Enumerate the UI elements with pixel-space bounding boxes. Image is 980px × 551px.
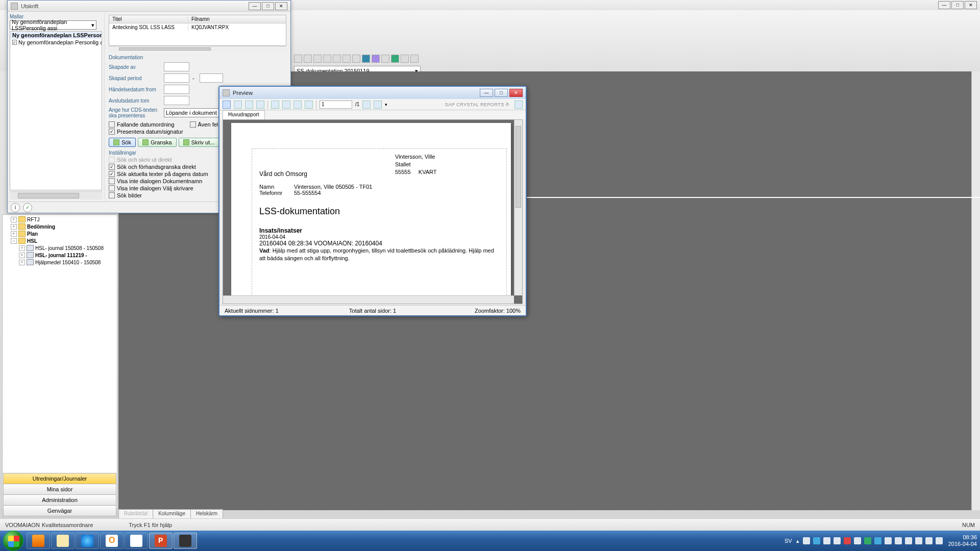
- accordion-administration[interactable]: Administration: [3, 494, 116, 506]
- utskrift-titlebar[interactable]: Utskrift — □ ✕: [8, 1, 290, 12]
- toolbar-icon[interactable]: [333, 55, 341, 63]
- toolbar-icon[interactable]: [313, 55, 322, 63]
- ok-icon[interactable]: ✓: [23, 203, 32, 212]
- ange-combo[interactable]: Löpande i dokument: [164, 108, 220, 117]
- search-icon[interactable]: [362, 101, 371, 109]
- preview-scrollbar-vertical[interactable]: [514, 120, 522, 295]
- handelse-input[interactable]: [164, 85, 189, 94]
- toolbar-icon[interactable]: [323, 55, 331, 63]
- help-icon[interactable]: [514, 101, 523, 109]
- list-item[interactable]: ✓Ny genomförandeplan Personlig a: [10, 39, 102, 46]
- utskrift-maximize-button[interactable]: □: [262, 2, 274, 10]
- tree-item[interactable]: Bedömning: [27, 224, 55, 230]
- main-close-button[interactable]: ✕: [965, 1, 977, 9]
- skapad-period-from[interactable]: [164, 73, 189, 83]
- preview-close-button[interactable]: ✕: [509, 89, 523, 97]
- preview-tab-huvudrapport[interactable]: Huvudrapport: [223, 110, 265, 119]
- taskbar-outlook[interactable]: [100, 533, 124, 549]
- mallar-list[interactable]: Ny genomförandeplan LSSPersonlig a ✓Ny g…: [10, 31, 102, 190]
- start-button[interactable]: [3, 531, 23, 551]
- info-icon[interactable]: i: [11, 203, 20, 212]
- toolbar-icon[interactable]: [391, 55, 399, 63]
- list-item[interactable]: Ny genomförandeplan LSSPersonlig a: [10, 32, 102, 39]
- chk-fallande[interactable]: Fallande datumordning: [109, 121, 175, 128]
- taskbar-wmp[interactable]: [27, 533, 50, 549]
- mallar-combo[interactable]: Ny genomförandeplan LSSPersonlig assi ▾: [10, 20, 96, 30]
- expand-icon[interactable]: +: [11, 217, 17, 222]
- print-icon[interactable]: [234, 101, 242, 109]
- tray-icon[interactable]: [925, 537, 933, 544]
- prev-page-icon[interactable]: [282, 101, 290, 109]
- chevron-down-icon[interactable]: ▾: [385, 102, 387, 107]
- tray-icon[interactable]: [895, 537, 902, 544]
- expand-icon[interactable]: +: [19, 260, 25, 265]
- tab-kolumnlage[interactable]: Kolumnläge: [153, 509, 191, 518]
- avslut-input[interactable]: [164, 96, 189, 105]
- tray-icon[interactable]: [905, 537, 912, 544]
- skapad-period-to[interactable]: [200, 73, 223, 83]
- tray-icon[interactable]: [844, 537, 851, 544]
- tree-item[interactable]: Hjälpmedel 150410 - 150508: [35, 260, 101, 265]
- toolbar-icon[interactable]: [294, 55, 302, 63]
- tray-icon[interactable]: [864, 537, 871, 544]
- toolbar-icon[interactable]: [410, 55, 419, 63]
- expand-icon[interactable]: +: [19, 245, 25, 251]
- tree-item[interactable]: RFTJ: [27, 217, 39, 222]
- collapse-icon[interactable]: −: [11, 238, 17, 244]
- taskbar-powerpoint[interactable]: [149, 533, 173, 549]
- expand-icon[interactable]: +: [11, 224, 17, 230]
- tray-icon[interactable]: [834, 537, 841, 544]
- canvas-scrollbar-vertical[interactable]: [971, 71, 980, 510]
- accordion-genvagar[interactable]: Genvägar: [3, 505, 116, 516]
- tree-list[interactable]: +RFTJ +Bedömning +Plan −HSL +HSL- journa…: [3, 215, 117, 509]
- tray-icon[interactable]: [823, 537, 830, 544]
- toolbar-icon[interactable]: [362, 55, 370, 63]
- main-minimize-button[interactable]: —: [938, 1, 950, 9]
- taskbar-wifi[interactable]: [125, 533, 148, 549]
- clock[interactable]: 08:36 2016-04-04: [948, 534, 977, 547]
- tree-item[interactable]: HSL: [27, 238, 37, 244]
- expand-icon[interactable]: +: [19, 253, 25, 258]
- th-titel[interactable]: Titel: [109, 15, 188, 23]
- toolbar-icon[interactable]: [381, 55, 389, 63]
- zoom-icon[interactable]: [374, 101, 382, 109]
- accordion-mina-sidor[interactable]: Mina sidor: [3, 484, 116, 495]
- sok-button[interactable]: Sök: [109, 138, 136, 147]
- tray-expand-icon[interactable]: ▴: [796, 538, 799, 544]
- taskbar-explorer[interactable]: [51, 533, 75, 549]
- language-indicator[interactable]: SV: [785, 538, 792, 544]
- skapad-av-input[interactable]: [164, 62, 189, 71]
- utskrift-minimize-button[interactable]: —: [249, 2, 261, 10]
- copy-icon[interactable]: [256, 101, 264, 109]
- tree-item[interactable]: Plan: [27, 231, 38, 237]
- expand-icon[interactable]: +: [11, 231, 17, 237]
- accordion-utredningar[interactable]: Utredningar/Journaler: [3, 473, 116, 484]
- tray-icon[interactable]: [854, 537, 861, 544]
- toolbar-icon[interactable]: [304, 55, 312, 63]
- tray-icon[interactable]: [885, 537, 892, 544]
- checkbox-icon[interactable]: ✓: [12, 40, 17, 45]
- preview-scrollbar-horizontal[interactable]: [223, 295, 514, 304]
- toolbar-icon[interactable]: [342, 55, 351, 63]
- toolbar-icon[interactable]: [401, 55, 409, 63]
- utskrift-close-button[interactable]: ✕: [275, 2, 287, 10]
- first-page-icon[interactable]: [271, 101, 279, 109]
- tray-icon[interactable]: [803, 537, 810, 544]
- th-filnamn[interactable]: Filnamn: [188, 15, 213, 23]
- table-row[interactable]: Anteckning SOL LSS LASS KQ0JVANT.RPX: [109, 23, 286, 31]
- tray-icon[interactable]: [813, 537, 820, 544]
- toolbar-play-icon[interactable]: [372, 55, 380, 63]
- tray-icon[interactable]: [874, 537, 881, 544]
- taskbar-app[interactable]: [174, 533, 197, 549]
- tree-item[interactable]: HSL- journal 150508 - 150508: [35, 245, 104, 251]
- file-table-scrollbar[interactable]: [109, 46, 286, 52]
- preview-maximize-button[interactable]: □: [495, 89, 508, 97]
- tree-item[interactable]: HSL- journal 111219 -: [35, 253, 87, 258]
- refresh-icon[interactable]: [245, 101, 253, 109]
- tab-rubriktrad[interactable]: Rubrikträd: [118, 509, 153, 518]
- mallar-scrollbar[interactable]: [10, 191, 102, 199]
- export-icon[interactable]: [223, 101, 231, 109]
- taskbar-ie[interactable]: [76, 533, 99, 549]
- main-maximize-button[interactable]: □: [951, 1, 964, 9]
- next-page-icon[interactable]: [293, 101, 302, 109]
